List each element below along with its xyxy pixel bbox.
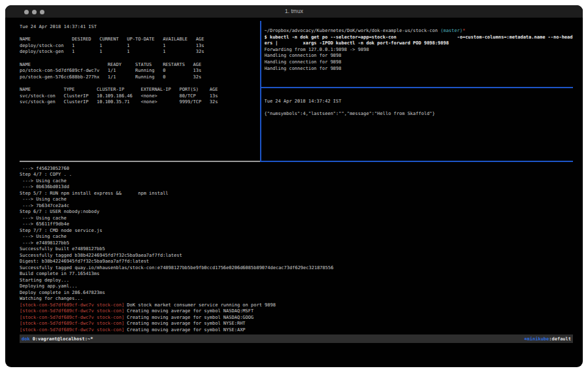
service-table-row: svc/stock-con ClusterIP 10.109.186.46 <n… (20, 93, 260, 100)
output-line: Handling connection for 9898 (265, 59, 574, 66)
build-line: ---> 7b6347ce2a4c (20, 203, 573, 210)
build-line: Step 6/7 : USER nobody:nobody (20, 209, 573, 216)
git-dirty-marker: * (463, 28, 465, 33)
pod-log-line: [stock-con-5d7df689cf-dwc7v stock-con] C… (20, 327, 573, 334)
git-branch-label: (master) (440, 28, 463, 33)
build-line: ---> 65611ff9db4e (20, 221, 573, 228)
pod-log-prefix: [stock-con-5d7df689cf-dwc7v stock-con] (20, 327, 124, 333)
top-pane-region: Tue 24 Apr 2018 14:37:41 IST NAME DESIRE… (20, 21, 573, 161)
pod-log-message: DoK stock market consumer service runnin… (124, 302, 276, 308)
build-line: Digest: b38b42246945fd7f32c5ba9aea7af7fd… (20, 259, 573, 265)
status-bar-right: ⎈ minikube :default (524, 336, 571, 342)
cwd-path: ~/Dropbox/advocacy/Kubernetes/DoK/work/d… (265, 28, 441, 33)
pod-log-message: Creating moving average for symbol NYSE:… (124, 327, 245, 333)
status-bar-left: dok 0:vagrant@localhost:~* (22, 336, 93, 342)
build-line: Step 4/7 : COPY . . (20, 172, 573, 178)
kube-namespace-label: :default (549, 336, 571, 342)
build-line: Step 7/7 : CMD node service.js (20, 228, 573, 235)
build-line: Deploy complete in 286.647823ms (20, 290, 573, 297)
blank-line (265, 105, 574, 111)
session-name-label: dok (22, 336, 30, 342)
pod-log-message: Creating moving average for symbol NASDA… (124, 315, 253, 320)
shell-path-line: ~/Dropbox/advocacy/Kubernetes/DoK/work/d… (265, 28, 574, 35)
build-line: Step 5/7 : RUN npm install express && np… (20, 191, 573, 197)
timestamp-line: Tue 24 Apr 2018 14:37:42 IST (265, 99, 574, 105)
build-line: Successfully tagged b38b42246945fd7f32c5… (20, 253, 573, 259)
blank-line (20, 80, 260, 87)
pod-table-header: NAME READY STATUS RESTARTS AGE (20, 62, 260, 69)
pod-log-prefix: [stock-con-5d7df689cf-dwc7v stock-con] (20, 308, 124, 314)
build-line: Watching for changes... (20, 296, 573, 302)
blank-line (20, 56, 260, 62)
build-line: Deploying app.yaml... (20, 284, 573, 290)
deploy-table-header: NAME DESIRED CURRENT UP-TO-DATE AVAILABL… (20, 37, 260, 43)
window-titlebar[interactable]: 1. tmux (5, 5, 583, 18)
output-line: Handling connection for 9898 (265, 53, 574, 59)
pane-curl-output[interactable]: Tue 24 Apr 2018 14:37:42 IST {"numsymbol… (261, 88, 574, 161)
build-line: ---> Using cache (20, 234, 573, 240)
service-table-header: NAME TYPE CLUSTER-IP EXTERNAL-IP PORT(S)… (20, 87, 260, 93)
window-title: 1. tmux (5, 8, 583, 14)
terminal-window: 1. tmux Tue 24 Apr 2018 14:37:41 IST NAM… (5, 5, 583, 367)
build-line: Successfully built e74898127bb5 (20, 246, 573, 253)
build-line: ---> 0b636bd013dd (20, 184, 573, 191)
window-tab-active[interactable]: 0:vagrant@localhost:~* (33, 336, 93, 342)
kube-context-label: minikube (527, 336, 549, 342)
pane-skaffold-build[interactable]: ---> f45623052760 Step 4/7 : COPY . . --… (20, 162, 573, 334)
pod-log-line: [stock-con-5d7df689cf-dwc7v stock-con] C… (20, 321, 573, 327)
pod-log-line: [stock-con-5d7df689cf-dwc7v stock-con] D… (20, 302, 573, 309)
build-line: ---> Using cache (20, 197, 573, 203)
pod-log-prefix: [stock-con-5d7df689cf-dwc7v stock-con] (20, 302, 124, 308)
pod-log-line: [stock-con-5d7df689cf-dwc7v stock-con] C… (20, 308, 573, 315)
build-line: ---> f45623052760 (20, 166, 573, 172)
pod-log-line: [stock-con-5d7df689cf-dwc7v stock-con] C… (20, 315, 573, 321)
command-line-wrap: ers | xargs -IPOD kubectl -n dok port-fo… (265, 41, 574, 47)
pane-port-forward[interactable]: ~/Dropbox/advocacy/Kubernetes/DoK/work/d… (261, 21, 574, 87)
timestamp-line: Tue 24 Apr 2018 14:37:41 IST (20, 24, 260, 31)
build-line: Starting deploy... (20, 278, 573, 284)
service-table-row: svc/stock-gen ClusterIP 10.100.35.71 <no… (20, 99, 260, 106)
build-line: ---> Using cache (20, 216, 573, 222)
deploy-table-row: deploy/stock-con 1 1 1 1 13s (20, 43, 260, 50)
pod-log-message: Creating moving average for symbol NASDA… (124, 308, 253, 314)
pod-log-prefix: [stock-con-5d7df689cf-dwc7v stock-con] (20, 315, 124, 320)
pod-table-row: po/stock-con-5d7df689cf-dwc7v 1/1 Runnin… (20, 68, 260, 74)
command-line: $ kubectl -n dok get po --selector=app=s… (265, 35, 574, 41)
build-line: ---> e74898127bb5 (20, 240, 573, 247)
pod-table-row: po/stock-gen-576cc688bb-277hx 1/1 Runnin… (20, 74, 260, 81)
output-line: Forwarding from 127.0.0.1:9898 -> 9898 (265, 47, 574, 54)
tmux-status-bar: dok 0:vagrant@localhost:~* ⎈ minikube :d… (20, 334, 573, 343)
deploy-table-row: deploy/stock-gen 1 1 1 1 32s (20, 49, 260, 56)
json-response-line: {"numsymbols":4,"lastseen":"","message":… (265, 111, 574, 118)
right-pane-stack: ~/Dropbox/advocacy/Kubernetes/DoK/work/d… (261, 21, 574, 161)
pane-kubectl-watch[interactable]: Tue 24 Apr 2018 14:37:41 IST NAME DESIRE… (20, 21, 260, 161)
build-line: Successfully tagged quay.io/mhausenblas/… (20, 265, 573, 272)
build-line: ---> Using cache (20, 178, 573, 185)
output-line: Handling connection for 9898 (265, 66, 574, 73)
pod-log-message: Creating moving average for symbol NYSE:… (124, 321, 245, 326)
build-line: Build complete in 77.165413ms (20, 271, 573, 278)
tmux-terminal: Tue 24 Apr 2018 14:37:41 IST NAME DESIRE… (20, 21, 573, 367)
pod-log-prefix: [stock-con-5d7df689cf-dwc7v stock-con] (20, 321, 124, 326)
blank-line (20, 31, 260, 37)
